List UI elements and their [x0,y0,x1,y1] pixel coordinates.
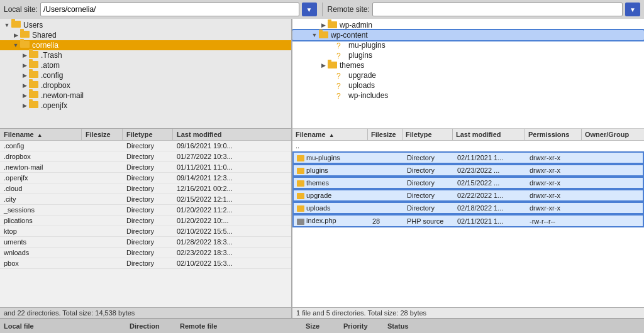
remote-file-row-mu-plugins[interactable]: mu-plugins Directory 02/11/2021 1... drw… [292,151,644,164]
tree-arrow-shared: ▶ [11,32,20,38]
remote-file-row-upgrade[interactable]: upgrade Directory 02/22/2022 1... drwxr-… [292,189,644,202]
tree-item-atom[interactable]: ▶ .atom [0,60,291,70]
local-file-modified: 01/28/2022 18:3... [173,237,291,247]
folder-icon-users [11,21,21,30]
main-container: Local site: ▼ Remote site: ▼ ▼ Users [0,0,644,333]
local-file-row[interactable]: pbox Directory 02/10/2022 15:3... [0,258,291,269]
remote-file-list-header: Filename ▲ Filesize Filetype Last modifi… [292,129,644,141]
rtree-item-wp-content[interactable]: ▼ wp-content [292,30,644,40]
local-file-modified: 01/27/2022 10:3... [173,151,291,161]
local-file-list[interactable]: Filename ▲ Filesize Filetype Last modifi… [0,129,291,307]
remote-file-perms: drwxr-xr-x [526,190,583,200]
local-file-name: .newton-mail [0,162,82,172]
local-file-row[interactable]: .openjfx Directory 09/14/2021 12:3... [0,173,291,183]
local-file-row[interactable]: .config Directory 09/16/2021 19:0... [0,141,291,151]
tree-item-dropbox[interactable]: ▶ .dropbox [0,80,291,90]
rcol-header-filename[interactable]: Filename ▲ [292,129,368,140]
rtree-arrow-wp-admin: ▶ [319,22,328,28]
tree-label-config: .config [41,71,63,80]
remote-file-type: Directory [404,153,454,163]
tree-label-trash: .Trash [41,51,62,60]
folder-icon-config [29,71,39,80]
local-file-row[interactable]: .newton-mail Directory 01/11/2021 11:0..… [0,162,291,173]
rtree-item-wp-admin[interactable]: ▶ wp-admin [292,20,644,30]
rtree-item-wp-includes[interactable]: ? wp-includes [292,90,644,101]
rtree-label-themes: themes [340,61,364,70]
local-file-row[interactable]: plications Directory 01/20/2022 10:... [0,216,291,226]
rtree-item-uploads[interactable]: ? uploads [292,80,644,90]
tree-label-shared: Shared [32,31,57,40]
remote-file-name: plugins [294,165,369,175]
remote-file-name: .. [292,141,368,151]
local-file-type: Directory [123,205,173,215]
col-header-filename[interactable]: Filename ▲ [0,129,82,140]
local-tree-view[interactable]: ▼ Users ▶ Shared ▼ cornelia [0,19,291,129]
local-file-size [82,251,123,254]
remote-file-row-themes[interactable]: themes Directory 02/15/2022 ... drwxr-xr… [292,177,644,189]
remote-file-row-indexphp[interactable]: index.php 28 PHP source 02/11/2021 1... … [292,214,644,227]
remote-file-modified: 02/23/2022 ... [454,165,526,175]
transfer-bar: Local file Direction Remote file Size Pr… [0,318,644,333]
local-path-dropdown[interactable]: ▼ [302,3,317,16]
local-file-row[interactable]: .dropbox Directory 01/27/2022 10:3... [0,151,291,162]
tree-item-shared[interactable]: ▶ Shared [0,30,291,40]
unknown-icon-mu-plugins: ? [336,41,347,49]
rtree-item-upgrade[interactable]: ? upgrade [292,70,644,80]
local-file-size [82,219,123,222]
local-file-name: .city [0,194,82,204]
col-header-filesize[interactable]: Filesize [82,129,123,140]
remote-file-name: mu-plugins [294,153,369,163]
tree-item-config[interactable]: ▶ .config [0,70,291,80]
remote-file-size [369,207,404,209]
local-file-type: Directory [123,183,173,194]
remote-file-row-uploads[interactable]: uploads Directory 02/18/2022 1... drwxr-… [292,202,644,214]
rcol-header-filetype[interactable]: Filetype [402,129,453,140]
local-file-row[interactable]: .city Directory 02/15/2022 12:1... [0,194,291,205]
rtree-item-mu-plugins[interactable]: ? mu-plugins [292,40,644,50]
col-header-filetype[interactable]: Filetype [123,129,173,140]
tree-item-trash[interactable]: ▶ .Trash [0,50,291,60]
remote-tree-view[interactable]: ▶ wp-admin ▼ wp-content ? mu-plugins [292,19,644,129]
remote-file-list[interactable]: Filename ▲ Filesize Filetype Last modifi… [292,129,644,307]
tree-item-cornelia[interactable]: ▼ cornelia [0,40,291,50]
rcol-header-filesize[interactable]: Filesize [368,129,402,140]
remote-path-dropdown[interactable]: ▼ [625,3,640,16]
local-path-input[interactable] [40,3,299,16]
local-file-row[interactable]: .cloud Directory 12/16/2021 00:2... [0,183,291,194]
local-file-type: Directory [123,248,173,258]
remote-file-row-dotdot[interactable]: .. [292,141,644,151]
col-header-modified[interactable]: Last modified [173,129,291,140]
local-file-row[interactable]: ktop Directory 02/10/2022 15:5... [0,226,291,237]
transfer-local-file-header: Local file [4,322,130,330]
remote-file-size [368,145,402,147]
tree-arrow-cornelia: ▼ [11,42,20,48]
rtree-label-wp-content: wp-content [331,31,368,40]
local-file-row[interactable]: wnloads Directory 02/23/2022 18:3... [0,248,291,258]
local-file-modified: 09/14/2021 12:3... [173,173,291,183]
local-file-name: .cloud [0,183,82,194]
rcol-header-perms[interactable]: Permissions [525,129,582,140]
transfer-size-header: Size [306,322,343,330]
tree-item-newton-mail[interactable]: ▶ .newton-mail [0,90,291,101]
local-file-modified: 01/20/2022 10:... [173,216,291,226]
rtree-label-upgrade: upgrade [348,71,376,80]
rtree-item-plugins[interactable]: ? plugins [292,50,644,60]
rcol-header-modified[interactable]: Last modified [453,129,525,140]
rtree-item-themes[interactable]: ▶ themes [292,60,644,70]
tree-item-users[interactable]: ▼ Users [0,20,291,30]
remote-file-modified: 02/11/2021 1... [454,216,526,226]
local-file-row[interactable]: _sessions Directory 01/20/2022 11:2... [0,205,291,216]
content-area: ▼ Users ▶ Shared ▼ cornelia [0,19,644,318]
remote-file-perms: drwxr-xr-x [526,165,583,175]
tree-label-newton-mail: .newton-mail [41,91,84,100]
folder-icon-dropbox [29,81,39,90]
remote-file-type: PHP source [404,216,454,226]
tree-item-openjfx[interactable]: ▶ .openjfx [0,101,291,111]
remote-path-input[interactable] [372,3,623,16]
local-file-size [82,145,123,147]
remote-file-row-plugins[interactable]: plugins Directory 02/23/2022 ... drwxr-x… [292,164,644,177]
local-file-modified: 12/16/2021 00:2... [173,183,291,194]
tree-arrow-trash: ▶ [20,52,29,58]
rcol-header-owner[interactable]: Owner/Group [582,129,644,140]
local-file-row[interactable]: uments Directory 01/28/2022 18:3... [0,237,291,248]
